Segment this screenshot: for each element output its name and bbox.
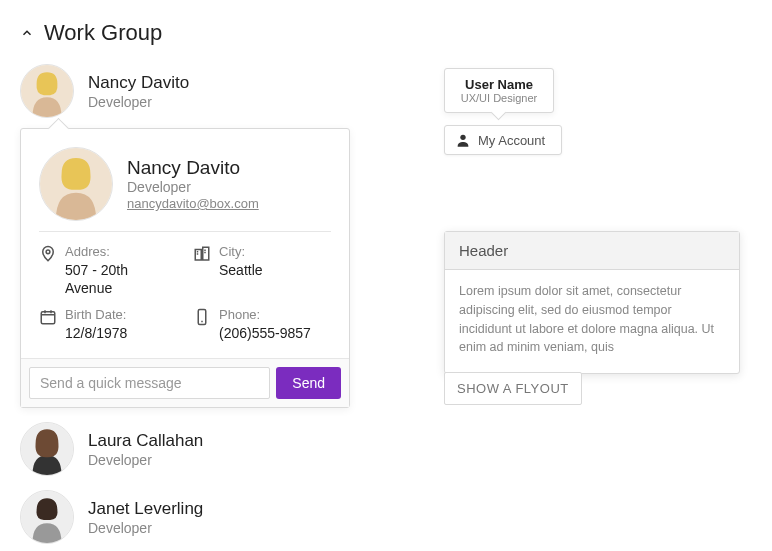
card-role: Developer xyxy=(127,179,259,195)
user-name: User Name xyxy=(457,77,541,92)
svg-rect-6 xyxy=(203,247,209,260)
section-title: Work Group xyxy=(44,20,162,46)
svg-point-4 xyxy=(46,250,50,254)
phone-icon xyxy=(193,308,211,326)
city-value: Seattle xyxy=(219,261,263,279)
svg-rect-11 xyxy=(41,312,55,324)
contact-row[interactable]: Laura Callahan Developer xyxy=(20,422,350,476)
contact-role: Developer xyxy=(88,94,189,110)
user-icon xyxy=(455,132,471,148)
birth-label: Birth Date: xyxy=(65,307,127,324)
phone-value: (206)555-9857 xyxy=(219,324,311,342)
map-pin-icon xyxy=(39,245,57,263)
phone-label: Phone: xyxy=(219,307,311,324)
message-input[interactable] xyxy=(29,367,270,399)
contact-row[interactable]: Nancy Davito Developer xyxy=(20,64,350,118)
card-name: Nancy Davito xyxy=(127,157,259,179)
my-account-label: My Account xyxy=(478,133,545,148)
flyout-header: Header xyxy=(445,232,739,270)
chevron-up-icon xyxy=(20,26,34,40)
calendar-icon xyxy=(39,308,57,326)
address-label: Addres: xyxy=(65,244,177,261)
city-label: City: xyxy=(219,244,263,261)
avatar xyxy=(20,422,74,476)
contact-name: Laura Callahan xyxy=(88,430,203,452)
flyout-body: Lorem ipsum dolor sit amet, consectetur … xyxy=(445,270,739,373)
section-header[interactable]: Work Group xyxy=(20,20,350,46)
my-account-button[interactable]: My Account xyxy=(444,125,562,155)
avatar xyxy=(20,490,74,544)
birth-value: 12/8/1978 xyxy=(65,324,127,342)
avatar xyxy=(39,147,113,221)
user-role: UX/UI Designer xyxy=(457,92,541,104)
show-flyout-button[interactable]: SHOW A FLYOUT xyxy=(444,372,582,405)
contact-row[interactable]: Janet Leverling Developer xyxy=(20,490,350,544)
contact-role: Developer xyxy=(88,520,203,536)
avatar xyxy=(20,64,74,118)
city-icon xyxy=(193,245,211,263)
contact-name: Janet Leverling xyxy=(88,498,203,520)
flyout-popover: Header Lorem ipsum dolor sit amet, conse… xyxy=(444,231,740,374)
user-popover: User Name UX/UI Designer My Account xyxy=(444,68,554,155)
contact-popover: Nancy Davito Developer nancydavito@box.c… xyxy=(20,128,350,408)
send-button[interactable]: Send xyxy=(276,367,341,399)
address-value: 507 - 20th Avenue xyxy=(65,261,177,297)
svg-point-21 xyxy=(460,135,465,140)
card-email-link[interactable]: nancydavito@box.com xyxy=(127,196,259,211)
contact-role: Developer xyxy=(88,452,203,468)
contact-name: Nancy Davito xyxy=(88,72,189,94)
